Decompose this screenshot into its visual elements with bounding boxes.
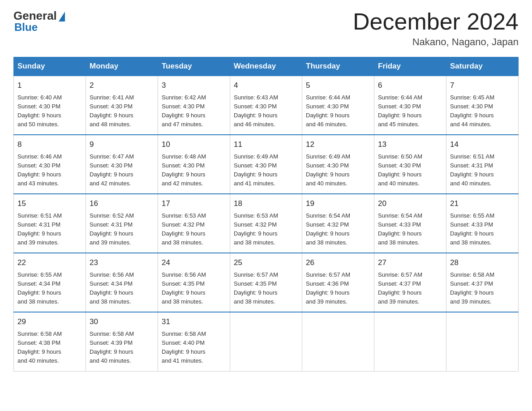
day-info: Sunrise: 6:42 AMSunset: 4:30 PMDaylight:… [162,93,226,129]
logo-triangle-icon [59,12,65,21]
calendar-cell: 23Sunrise: 6:56 AMSunset: 4:34 PMDayligh… [86,253,158,312]
calendar-cell: 26Sunrise: 6:57 AMSunset: 4:36 PMDayligh… [302,253,374,312]
calendar-cell: 1Sunrise: 6:40 AMSunset: 4:30 PMDaylight… [14,76,86,135]
day-number: 1 [17,80,82,91]
day-info: Sunrise: 6:58 AMSunset: 4:39 PMDaylight:… [90,330,154,366]
day-info: Sunrise: 6:51 AMSunset: 4:31 PMDaylight:… [17,211,82,248]
calendar-subtitle: Nakano, Nagano, Japan [353,36,519,48]
calendar-week-row: 29Sunrise: 6:58 AMSunset: 4:38 PMDayligh… [14,312,519,371]
day-info: Sunrise: 6:56 AMSunset: 4:35 PMDaylight:… [162,270,226,307]
calendar-cell: 12Sunrise: 6:49 AMSunset: 4:30 PMDayligh… [302,135,374,194]
day-number: 5 [306,80,370,91]
day-info: Sunrise: 6:58 AMSunset: 4:40 PMDaylight:… [162,330,226,366]
calendar-cell: 22Sunrise: 6:55 AMSunset: 4:34 PMDayligh… [14,253,86,312]
calendar-cell: 13Sunrise: 6:50 AMSunset: 4:30 PMDayligh… [374,135,446,194]
day-info: Sunrise: 6:44 AMSunset: 4:30 PMDaylight:… [306,93,370,129]
header-friday: Friday [374,57,446,76]
day-number: 3 [162,80,226,91]
day-number: 15 [17,198,82,210]
calendar-cell: 25Sunrise: 6:57 AMSunset: 4:35 PMDayligh… [230,253,302,312]
day-info: Sunrise: 6:57 AMSunset: 4:36 PMDaylight:… [306,270,370,307]
day-info: Sunrise: 6:40 AMSunset: 4:30 PMDaylight:… [17,93,82,129]
day-number: 22 [17,257,82,269]
day-info: Sunrise: 6:52 AMSunset: 4:31 PMDaylight:… [90,211,154,248]
day-number: 23 [90,257,154,269]
day-info: Sunrise: 6:45 AMSunset: 4:30 PMDaylight:… [450,93,515,129]
day-number: 27 [378,257,442,269]
header-saturday: Saturday [446,57,519,76]
day-number: 2 [90,80,154,91]
day-info: Sunrise: 6:50 AMSunset: 4:30 PMDaylight:… [378,152,442,188]
day-info: Sunrise: 6:56 AMSunset: 4:34 PMDaylight:… [90,270,154,307]
calendar-cell [374,312,446,371]
calendar-week-row: 22Sunrise: 6:55 AMSunset: 4:34 PMDayligh… [14,253,519,312]
day-number: 21 [450,198,515,210]
calendar-cell: 3Sunrise: 6:42 AMSunset: 4:30 PMDaylight… [158,76,230,135]
calendar-table: SundayMondayTuesdayWednesdayThursdayFrid… [13,57,519,371]
calendar-cell: 30Sunrise: 6:58 AMSunset: 4:39 PMDayligh… [86,312,158,371]
calendar-cell: 7Sunrise: 6:45 AMSunset: 4:30 PMDaylight… [446,76,519,135]
day-info: Sunrise: 6:48 AMSunset: 4:30 PMDaylight:… [162,152,226,188]
logo-blue-text: Blue [14,21,38,34]
day-number: 25 [234,257,298,269]
day-number: 26 [306,257,370,269]
calendar-cell: 28Sunrise: 6:58 AMSunset: 4:37 PMDayligh… [446,253,519,312]
calendar-header-row: SundayMondayTuesdayWednesdayThursdayFrid… [14,57,519,76]
header-monday: Monday [86,57,158,76]
calendar-cell: 10Sunrise: 6:48 AMSunset: 4:30 PMDayligh… [158,135,230,194]
calendar-cell: 14Sunrise: 6:51 AMSunset: 4:31 PMDayligh… [446,135,519,194]
day-info: Sunrise: 6:57 AMSunset: 4:35 PMDaylight:… [234,270,298,307]
day-info: Sunrise: 6:54 AMSunset: 4:33 PMDaylight:… [378,211,442,248]
header-sunday: Sunday [14,57,86,76]
day-number: 30 [90,316,154,328]
day-number: 20 [378,198,442,210]
day-number: 24 [162,257,226,269]
day-number: 10 [162,139,226,150]
day-info: Sunrise: 6:43 AMSunset: 4:30 PMDaylight:… [234,93,298,129]
day-number: 16 [90,198,154,210]
day-number: 13 [378,139,442,150]
calendar-cell [302,312,374,371]
calendar-cell: 16Sunrise: 6:52 AMSunset: 4:31 PMDayligh… [86,194,158,253]
calendar-cell: 8Sunrise: 6:46 AMSunset: 4:30 PMDaylight… [14,135,86,194]
header-wednesday: Wednesday [230,57,302,76]
calendar-week-row: 1Sunrise: 6:40 AMSunset: 4:30 PMDaylight… [14,76,519,135]
calendar-cell [230,312,302,371]
day-number: 19 [306,198,370,210]
day-info: Sunrise: 6:55 AMSunset: 4:34 PMDaylight:… [17,270,82,307]
day-info: Sunrise: 6:47 AMSunset: 4:30 PMDaylight:… [90,152,154,188]
calendar-cell: 17Sunrise: 6:53 AMSunset: 4:32 PMDayligh… [158,194,230,253]
day-number: 17 [162,198,226,210]
day-number: 12 [306,139,370,150]
day-info: Sunrise: 6:46 AMSunset: 4:30 PMDaylight:… [17,152,82,188]
day-info: Sunrise: 6:58 AMSunset: 4:38 PMDaylight:… [17,330,82,366]
day-info: Sunrise: 6:51 AMSunset: 4:31 PMDaylight:… [450,152,515,188]
day-info: Sunrise: 6:49 AMSunset: 4:30 PMDaylight:… [306,152,370,188]
title-area: December 2024 Nakano, Nagano, Japan [353,9,519,48]
day-number: 11 [234,139,298,150]
day-info: Sunrise: 6:44 AMSunset: 4:30 PMDaylight:… [378,93,442,129]
day-number: 28 [450,257,515,269]
day-number: 14 [450,139,515,150]
calendar-cell: 31Sunrise: 6:58 AMSunset: 4:40 PMDayligh… [158,312,230,371]
day-info: Sunrise: 6:55 AMSunset: 4:33 PMDaylight:… [450,211,515,248]
day-info: Sunrise: 6:49 AMSunset: 4:30 PMDaylight:… [234,152,298,188]
day-number: 4 [234,80,298,91]
calendar-cell: 18Sunrise: 6:53 AMSunset: 4:32 PMDayligh… [230,194,302,253]
calendar-cell [446,312,519,371]
calendar-cell: 6Sunrise: 6:44 AMSunset: 4:30 PMDaylight… [374,76,446,135]
calendar-cell: 5Sunrise: 6:44 AMSunset: 4:30 PMDaylight… [302,76,374,135]
day-number: 18 [234,198,298,210]
day-number: 31 [162,316,226,328]
day-number: 9 [90,139,154,150]
header-tuesday: Tuesday [158,57,230,76]
calendar-cell: 11Sunrise: 6:49 AMSunset: 4:30 PMDayligh… [230,135,302,194]
calendar-cell: 21Sunrise: 6:55 AMSunset: 4:33 PMDayligh… [446,194,519,253]
day-info: Sunrise: 6:58 AMSunset: 4:37 PMDaylight:… [450,270,515,307]
calendar-week-row: 8Sunrise: 6:46 AMSunset: 4:30 PMDaylight… [14,135,519,194]
calendar-cell: 4Sunrise: 6:43 AMSunset: 4:30 PMDaylight… [230,76,302,135]
calendar-cell: 2Sunrise: 6:41 AMSunset: 4:30 PMDaylight… [86,76,158,135]
header-thursday: Thursday [302,57,374,76]
calendar-cell: 19Sunrise: 6:54 AMSunset: 4:32 PMDayligh… [302,194,374,253]
day-number: 6 [378,80,442,91]
